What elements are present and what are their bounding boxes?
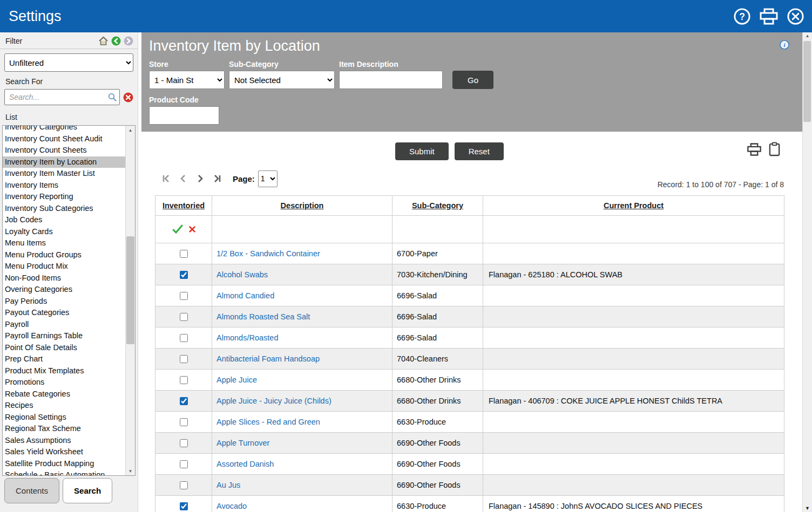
item-description-link[interactable]: Apple Turnover (216, 439, 269, 447)
list-item[interactable]: Menu Product Mix (3, 261, 125, 272)
list-item[interactable]: Loyalty Cards (3, 226, 125, 238)
inventoried-checkbox[interactable] (180, 481, 188, 489)
inventoried-checkbox[interactable] (180, 460, 188, 468)
list-item[interactable]: Regional Settings (3, 412, 125, 424)
col-header-current-product[interactable]: Current Product (483, 196, 784, 216)
list-item[interactable]: Inventory Count Sheet Audit (3, 133, 125, 145)
submit-button[interactable]: Submit (395, 142, 449, 160)
list-item[interactable]: Inventory Reporting (3, 191, 125, 203)
inventoried-checkbox[interactable] (180, 334, 188, 342)
col-header-sub-category[interactable]: Sub-Category (393, 196, 483, 216)
item-description-link[interactable]: Almonds/Roasted (216, 333, 278, 342)
inventoried-checkbox[interactable] (180, 313, 188, 321)
item-description-link[interactable]: 1/2 Box - Sandwich Container (216, 249, 320, 258)
list-item[interactable]: Job Codes (3, 214, 125, 226)
list-item[interactable]: Point Of Sale Details (3, 342, 125, 354)
list-item[interactable]: Prep Chart (3, 353, 125, 365)
list-item[interactable]: Payroll Earnings Table (3, 330, 125, 342)
list-item[interactable]: Inventory Count Sheets (3, 145, 125, 156)
first-page-icon[interactable] (160, 173, 171, 184)
item-description-link[interactable]: Apple Juice (216, 376, 257, 384)
next-page-icon[interactable] (195, 173, 206, 184)
list-item[interactable]: Payout Categories (3, 307, 125, 319)
deselect-all-x-icon[interactable] (188, 226, 196, 233)
item-description-link[interactable]: Almond Candied (216, 291, 274, 300)
inventoried-checkbox[interactable] (180, 355, 188, 363)
list-item[interactable]: Pay Periods (3, 296, 125, 308)
item-description-link[interactable]: Antibacterial Foam Handsoap (216, 354, 320, 363)
tab-search[interactable]: Search (63, 478, 112, 503)
list-item[interactable]: Regional Tax Scheme (3, 423, 125, 435)
item-description-link[interactable]: Assorted Danish (216, 460, 274, 468)
list-item[interactable]: Product Mix Templates (3, 365, 125, 377)
last-page-icon[interactable] (212, 173, 223, 184)
scroll-down-icon[interactable]: ▼ (803, 506, 812, 511)
scroll-up-icon[interactable]: ▲ (803, 33, 812, 38)
search-icon[interactable] (107, 92, 117, 104)
filter-select[interactable]: Unfiltered (4, 53, 133, 72)
clear-search-icon[interactable] (123, 92, 133, 103)
pagination: Page: 1 Record: 1 to 100 of 707 - Page: … (155, 168, 784, 189)
close-icon[interactable] (787, 8, 804, 25)
item-description-link[interactable]: Apple Slices - Red and Green (216, 418, 320, 426)
col-header-inventoried[interactable]: Inventoried (155, 196, 212, 216)
list-item[interactable]: Recipes (3, 400, 125, 412)
table-copy-icon[interactable] (768, 142, 781, 156)
prev-page-icon[interactable] (178, 173, 188, 184)
list-item[interactable]: Menu Product Groups (3, 249, 125, 261)
inventoried-checkbox[interactable] (180, 292, 188, 300)
sub-category-select[interactable]: Not Selected (229, 71, 335, 89)
col-header-description[interactable]: Description (212, 196, 393, 216)
main-scrollbar-thumb[interactable] (803, 41, 811, 122)
home-icon[interactable] (98, 36, 109, 46)
list-item[interactable]: Inventory Item Master List (3, 168, 125, 180)
info-icon[interactable]: i (780, 40, 789, 52)
back-icon[interactable] (111, 36, 121, 46)
list-item[interactable]: Payroll (3, 319, 125, 331)
item-description-link[interactable]: Alcohol Swabs (216, 270, 268, 279)
list-item[interactable]: Non-Food Items (3, 272, 125, 284)
list-item[interactable]: Inventory Sub Categories (3, 203, 125, 215)
list-item[interactable]: Inventory Item by Location (3, 156, 125, 168)
inventoried-checkbox[interactable] (180, 418, 188, 426)
scroll-up-icon[interactable]: ▲ (126, 126, 135, 134)
search-input[interactable] (4, 89, 120, 105)
help-icon[interactable]: ? (733, 8, 751, 25)
list-item[interactable]: Inventory Items (3, 180, 125, 192)
list-item[interactable]: Schedule - Basic Automation (3, 469, 125, 475)
print-icon[interactable] (759, 8, 779, 25)
list-item[interactable]: Menu Items (3, 237, 125, 249)
select-all-check-icon[interactable] (172, 224, 184, 235)
scroll-down-icon[interactable]: ▼ (126, 467, 135, 475)
item-description-input[interactable] (339, 71, 443, 89)
list-scrollbar-thumb[interactable] (126, 236, 134, 344)
list-item[interactable]: Sales Yield Worksheet (3, 446, 125, 458)
tab-contents[interactable]: Contents (4, 478, 59, 503)
item-description-link[interactable]: Apple Juice - Juicy Juice (Childs) (216, 397, 331, 405)
page-select[interactable]: 1 (258, 170, 278, 187)
current-product-cell (483, 412, 784, 433)
store-select[interactable]: 1 - Main St (149, 71, 225, 89)
inventoried-checkbox[interactable] (180, 439, 188, 447)
list-scrollbar[interactable]: ▲ ▼ (125, 126, 135, 475)
reset-button[interactable]: Reset (455, 142, 504, 160)
main-scrollbar[interactable]: ▲ ▼ (802, 32, 812, 512)
list-item[interactable]: Overing Categories (3, 284, 125, 296)
list-item[interactable]: Promotions (3, 377, 125, 388)
inventoried-checkbox[interactable] (180, 250, 188, 258)
item-description-link[interactable]: Au Jus (216, 481, 240, 489)
forward-icon[interactable] (124, 36, 133, 46)
table-print-icon[interactable] (747, 142, 762, 156)
list-item[interactable]: Sales Assumptions (3, 435, 125, 447)
list-item[interactable]: Inventory Categories (3, 125, 125, 133)
go-button[interactable]: Go (452, 71, 493, 89)
inventoried-checkbox[interactable] (180, 397, 188, 405)
list-item[interactable]: Satellite Product Mapping (3, 458, 125, 470)
product-code-input[interactable] (149, 106, 219, 125)
item-description-link[interactable]: Almonds Roasted Sea Salt (216, 312, 310, 321)
item-description-link[interactable]: Avocado (216, 502, 247, 510)
inventoried-checkbox[interactable] (180, 502, 188, 510)
list-item[interactable]: Rebate Categories (3, 388, 125, 400)
inventoried-checkbox[interactable] (180, 271, 188, 279)
inventoried-checkbox[interactable] (180, 376, 188, 384)
